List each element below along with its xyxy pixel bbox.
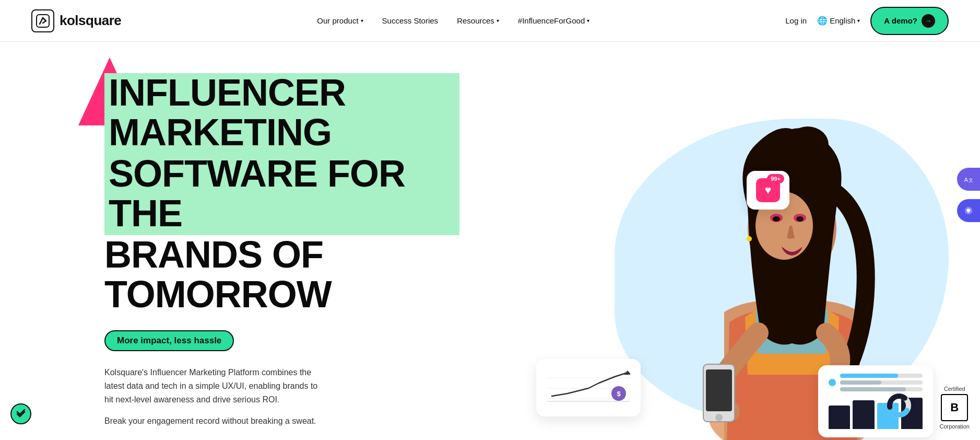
svg-point-8 — [796, 216, 804, 222]
svg-rect-11 — [706, 369, 732, 411]
headline-line2: SOFTWARE FOR THE — [104, 154, 459, 235]
svg-text:A: A — [964, 177, 969, 183]
line-chart-card: $ — [536, 359, 641, 416]
nav-influence-for-good[interactable]: #InfluenceForGood ▾ — [518, 16, 589, 25]
hero-description: Kolsquare's Influencer Marketing Platfor… — [104, 366, 324, 407]
nav-resources[interactable]: Resources ▾ — [457, 16, 499, 25]
analytics-dot-icon — [829, 379, 836, 386]
hero-headline: INFLUENCER MARKETING SOFTWARE FOR THE BR… — [104, 73, 459, 315]
svg-text:文: 文 — [969, 178, 973, 183]
hero-tagline: Break your engagement record without bre… — [104, 416, 459, 426]
header: kolsquare Our product ▾ Success Stories … — [0, 0, 980, 42]
svg-point-9 — [787, 126, 829, 163]
hero-section: INFLUENCER MARKETING SOFTWARE FOR THE BR… — [0, 42, 980, 440]
notification-count: 99+ — [767, 174, 784, 183]
donut-chart — [886, 392, 912, 421]
headline-wrapper: INFLUENCER MARKETING SOFTWARE FOR THE BR… — [104, 73, 459, 315]
heart-notification-card: ♥ 99+ — [747, 171, 789, 210]
heart-icon: ♥ 99+ — [756, 178, 780, 202]
chevron-down-icon: ▾ — [587, 18, 589, 24]
arrow-icon: → — [922, 14, 935, 28]
chevron-down-icon: ▾ — [857, 18, 860, 24]
nav-success-stories[interactable]: Success Stories — [382, 16, 439, 25]
svg-point-12 — [715, 414, 723, 421]
green-feedback-button[interactable] — [10, 403, 31, 424]
login-link[interactable]: Log in — [785, 16, 807, 25]
svg-point-7 — [773, 216, 780, 222]
svg-marker-18 — [624, 370, 630, 375]
bar-item — [829, 406, 850, 429]
bcorp-certified-label: Certified — [944, 386, 965, 392]
svg-rect-0 — [37, 15, 49, 27]
nav-our-product[interactable]: Our product ▾ — [317, 16, 363, 25]
analytics-header — [829, 374, 923, 391]
headline-line1: INFLUENCER MARKETING — [104, 73, 459, 154]
logo[interactable]: kolsquare — [31, 9, 121, 32]
side-translate-button[interactable]: A 文 — [957, 168, 980, 191]
bcorp-corporation-label: Corporation — [940, 423, 970, 430]
bcorp-badge: Certified B Corporation — [940, 386, 970, 430]
headline-line3: BRANDS OF TOMORROW — [104, 234, 332, 315]
hero-content: INFLUENCER MARKETING SOFTWARE FOR THE BR… — [104, 73, 459, 440]
language-selector[interactable]: 🌐 English ▾ — [817, 16, 860, 26]
analytics-card — [818, 365, 933, 437]
nav-right: Log in 🌐 English ▾ A demo? → — [785, 7, 949, 35]
main-nav: Our product ▾ Success Stories Resources … — [317, 16, 589, 25]
impact-badge: More impact, less hassle — [104, 330, 234, 351]
chevron-down-icon: ▾ — [497, 18, 499, 24]
chart-area: $ — [547, 367, 630, 404]
hero-illustration: ♥ 99+ $ — [531, 113, 938, 440]
globe-icon: 🌐 — [817, 16, 828, 26]
svg-point-13 — [747, 236, 752, 241]
headline: INFLUENCER MARKETING SOFTWARE FOR THE BR… — [104, 73, 459, 315]
logo-text: kolsquare — [60, 13, 121, 29]
side-chat-button[interactable] — [957, 199, 980, 222]
logo-icon — [31, 9, 54, 32]
bar-item — [853, 400, 874, 429]
bcorp-logo: B — [941, 394, 968, 421]
chevron-down-icon: ▾ — [361, 18, 363, 24]
header-demo-button[interactable]: A demo? → — [870, 7, 949, 35]
